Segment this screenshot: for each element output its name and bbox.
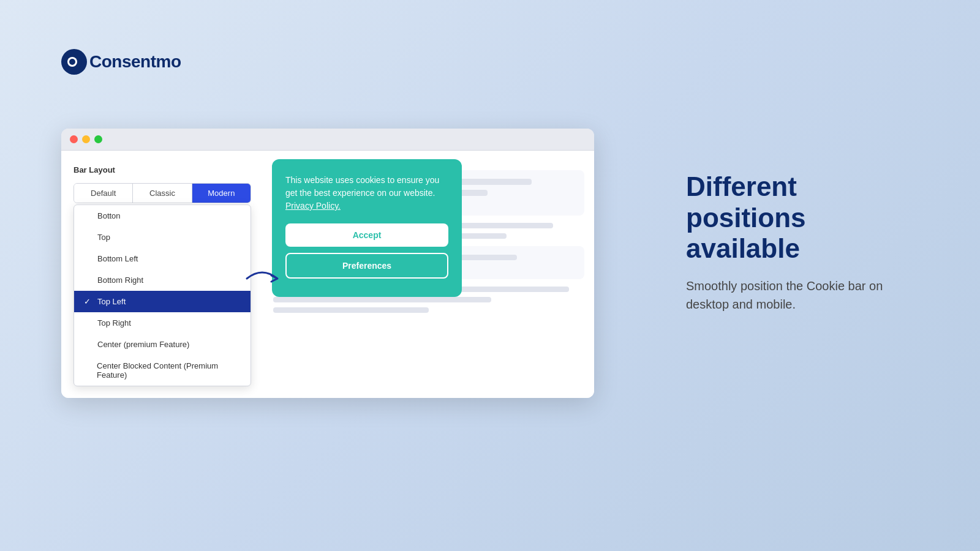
cookie-popup: This website uses cookies to ensure you …: [272, 159, 462, 297]
preferences-button[interactable]: Preferences: [285, 253, 448, 279]
logo-icon: [61, 49, 87, 75]
browser-content: Bar Layout Default Classic Modern Botton…: [61, 151, 594, 398]
dropdown-item-bottom-right[interactable]: Bottom Right: [74, 269, 251, 291]
dropdown-item-botton[interactable]: Botton: [74, 205, 251, 227]
cookie-text: This website uses cookies to ensure you …: [285, 174, 448, 212]
dropdown-item-bottom-left[interactable]: Bottom Left: [74, 248, 251, 269]
layout-btn-classic[interactable]: Classic: [133, 184, 192, 203]
traffic-dot-red: [70, 135, 78, 143]
layout-btn-default[interactable]: Default: [74, 184, 133, 203]
svg-point-2: [69, 59, 75, 65]
right-text-section: Different positions available Smoothly p…: [686, 171, 919, 313]
arrow-indicator: [244, 263, 281, 294]
traffic-dot-yellow: [82, 135, 90, 143]
dropdown-item-center-blocked[interactable]: Center Blocked Content (Premium Feature): [74, 355, 251, 386]
dropdown-item-top-right[interactable]: Top Right: [74, 312, 251, 334]
accept-button[interactable]: Accept: [285, 223, 448, 247]
logo: Consentmo: [61, 49, 181, 75]
right-panel: This website uses cookies to ensure you …: [263, 151, 594, 398]
left-panel: Bar Layout Default Classic Modern Botton…: [61, 151, 263, 398]
layout-btn-modern[interactable]: Modern: [192, 184, 251, 203]
position-dropdown: Botton Top Bottom Left Bottom Right ✓ To…: [74, 204, 251, 386]
bar-layout-label: Bar Layout: [74, 165, 251, 174]
right-heading: Different positions available: [686, 171, 919, 264]
layout-buttons: Default Classic Modern: [74, 183, 251, 203]
dropdown-item-top-left[interactable]: ✓ Top Left: [74, 291, 251, 312]
logo-text: Consentmo: [89, 52, 181, 72]
traffic-dot-green: [94, 135, 102, 143]
privacy-policy-link[interactable]: Privacy Policy.: [285, 201, 341, 211]
dropdown-item-top[interactable]: Top: [74, 227, 251, 248]
browser-mockup: Bar Layout Default Classic Modern Botton…: [61, 129, 594, 398]
right-subtext: Smoothly position the Cookie bar on desk…: [686, 277, 919, 313]
dropdown-item-center-premium[interactable]: Center (premium Feature): [74, 334, 251, 355]
browser-titlebar: [61, 129, 594, 151]
